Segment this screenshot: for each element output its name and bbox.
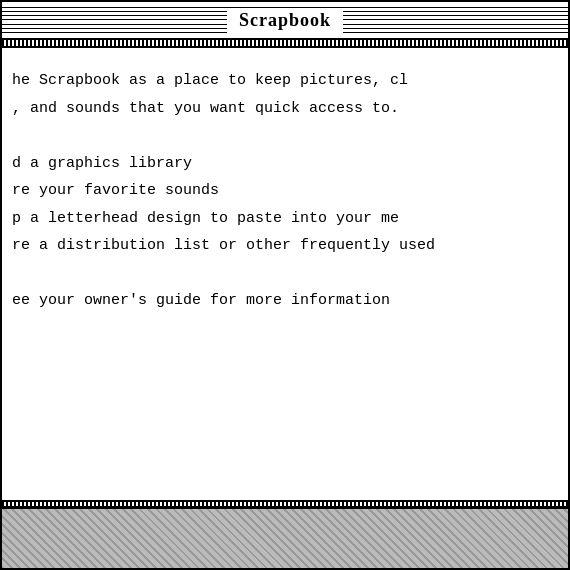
content-line-5: re your favorite sounds xyxy=(12,178,538,204)
title-bar: Scrapbook xyxy=(2,2,568,40)
scrollbar[interactable] xyxy=(2,509,568,568)
content-line-4: d a graphics library xyxy=(12,151,538,177)
content-line-3 xyxy=(12,123,538,149)
content-line-9: ee your owner's guide for more informati… xyxy=(12,288,538,314)
content-line-7: re a distribution list or other frequent… xyxy=(12,233,538,259)
content-text: he Scrapbook as a place to keep pictures… xyxy=(12,68,538,314)
bottom-border-decoration xyxy=(2,500,568,508)
window-title: Scrapbook xyxy=(239,10,331,30)
content-line-6: p a letterhead design to paste into your… xyxy=(12,206,538,232)
content-line-1: he Scrapbook as a place to keep pictures… xyxy=(12,68,538,94)
top-border-decoration xyxy=(2,40,568,48)
scrapbook-window: Scrapbook he Scrapbook as a place to kee… xyxy=(0,0,570,570)
title-bar-text-wrap: Scrapbook xyxy=(227,8,343,33)
content-area: he Scrapbook as a place to keep pictures… xyxy=(2,48,568,500)
footer-scroll-area[interactable] xyxy=(2,508,568,568)
content-line-2: , and sounds that you want quick access … xyxy=(12,96,538,122)
content-line-8 xyxy=(12,261,538,287)
